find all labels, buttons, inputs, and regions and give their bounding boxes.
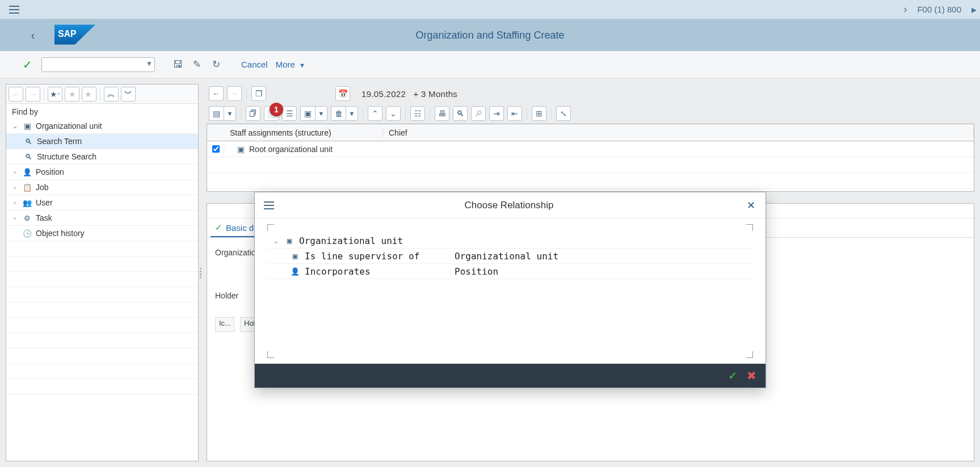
tree-icon[interactable]: ☷ — [410, 106, 425, 121]
rel-node-incorporates[interactable]: Incorporates Position — [267, 264, 753, 279]
expand-icon[interactable]: › — [11, 199, 19, 206]
org-unit-icon — [284, 236, 295, 245]
assign-split-button[interactable]: ▣ ▼ — [300, 106, 327, 121]
col-chief[interactable]: Chief — [383, 128, 974, 137]
position-icon — [22, 167, 32, 176]
dialog-cancel-button[interactable]: ✖ — [747, 369, 756, 382]
tree-label: Object history — [36, 229, 85, 238]
rel-node-root[interactable]: ⌄ Organizational unit — [267, 233, 753, 249]
corner-marker — [746, 351, 753, 358]
close-icon[interactable]: ✕ — [744, 199, 758, 212]
chevron-down-icon[interactable]: ▼ — [346, 106, 358, 121]
tree-label: Position — [36, 167, 64, 176]
separator — [100, 88, 100, 100]
cancel-button[interactable]: Cancel — [239, 60, 270, 69]
star-remove-icon[interactable]: ★- — [82, 87, 96, 102]
save-icon[interactable]: 🖫 — [170, 57, 186, 73]
find-next-icon[interactable]: 🔎︎ — [471, 106, 486, 121]
rel-node-supervisor[interactable]: Is line supervisor of Organizational uni… — [267, 249, 753, 264]
task-icon — [22, 213, 32, 222]
tree-node-job[interactable]: › Job — [6, 180, 198, 195]
nav-fwd-icon[interactable]: → — [227, 86, 242, 101]
org-chart-icon[interactable]: ⊞ — [532, 106, 546, 121]
th-icon[interactable]: Ic... — [215, 317, 234, 332]
calendar-icon[interactable]: 📅 — [335, 86, 350, 101]
chevron-down-icon[interactable]: ▼ — [224, 106, 236, 121]
forward-chevron-icon[interactable]: › — [903, 3, 907, 15]
confirm-icon[interactable]: ✓ — [23, 58, 32, 71]
corner-marker — [746, 224, 753, 231]
menu-hamburger-icon[interactable] — [9, 6, 19, 14]
search-icon — [23, 137, 33, 146]
relation-label: Is line supervisor of — [305, 251, 419, 262]
trash-icon[interactable]: 🗑 — [331, 106, 346, 121]
command-field[interactable] — [41, 57, 155, 72]
find-by-label: Find by — [6, 104, 198, 119]
layout-split-button[interactable]: ▤ ▼ — [209, 106, 236, 121]
dialog-body: ⌄ Organizational unit Is line supervisor… — [255, 218, 766, 364]
chevron-down-icon[interactable]: ▼ — [315, 106, 327, 121]
tree-node-position[interactable]: › Position — [6, 165, 198, 180]
more-button[interactable]: More ▼ — [274, 60, 308, 69]
dialog-menu-icon[interactable] — [264, 201, 274, 209]
tree-empty-row — [6, 348, 198, 364]
tree-node-search-term[interactable]: Search Term — [6, 134, 198, 149]
expand-icon[interactable]: › — [11, 184, 19, 191]
end-chevron-icon[interactable]: ▸ — [971, 3, 977, 16]
assign-icon[interactable]: ▣ — [300, 106, 315, 121]
layout-icon[interactable]: ▤ — [209, 106, 224, 121]
org-unit-icon — [235, 145, 246, 154]
tree-node-object-history[interactable]: Object history — [6, 226, 198, 241]
job-icon — [22, 183, 32, 192]
compress-icon[interactable]: ⤡ — [556, 106, 571, 121]
delete-split-button[interactable]: 🗑 ▼ — [331, 106, 358, 121]
nav-fwd-icon[interactable]: → — [26, 87, 40, 102]
find-icon[interactable]: 🔍︎ — [453, 106, 468, 121]
star-add-icon[interactable]: ★+ — [48, 87, 62, 102]
menu-strip: › F00 (1) 800 ▸ — [0, 0, 980, 19]
collapse-icon[interactable]: ⌄ — [11, 123, 19, 130]
up-icon[interactable]: ⌃ — [368, 106, 382, 121]
main-toolbar: ✓ ▼ 🖫 ✎ ↻ Cancel More ▼ — [0, 51, 980, 78]
grid-row-root[interactable]: Root organizational unit — [207, 141, 974, 157]
expand-icon[interactable]: ︽ — [104, 87, 119, 102]
print-icon[interactable]: 🖶 — [435, 106, 449, 121]
sap-logo: SAP — [54, 24, 95, 47]
collapse-icon[interactable]: ︾ — [121, 87, 136, 102]
expand-icon[interactable]: › — [11, 169, 19, 175]
nav-back-icon[interactable]: ← — [9, 87, 23, 102]
grid-header: Staff assignments (structure) Chief — [207, 124, 974, 141]
splitter-handle[interactable] — [199, 78, 203, 467]
tree-node-org-unit[interactable]: ⌄ Organizational unit — [6, 119, 198, 134]
star-icon[interactable]: ★ — [65, 87, 79, 102]
search-icon — [23, 152, 33, 161]
find-tree: ⌄ Organizational unit Search Term Struct… — [6, 119, 198, 461]
tree-node-task[interactable]: › Task — [6, 211, 198, 226]
tree-empty-row — [6, 287, 198, 302]
copy-icon[interactable]: 🗍 — [246, 106, 260, 121]
nav-back-icon[interactable]: ← — [209, 86, 224, 101]
tree-empty-row — [6, 333, 198, 348]
col-structure[interactable]: Staff assignments (structure) — [224, 128, 383, 137]
collapse-icon[interactable]: ⌄ — [272, 237, 280, 245]
node-label: Organizational unit — [299, 235, 403, 246]
tree-label: Job — [36, 183, 49, 192]
edit-icon[interactable]: ✎ — [189, 57, 205, 73]
hierarchy-icon[interactable]: ☰ — [282, 106, 297, 121]
move-in-icon[interactable]: ⇥ — [489, 106, 504, 121]
tree-empty-row — [6, 256, 198, 272]
cube-icon[interactable]: ❒ — [251, 86, 266, 101]
expand-icon[interactable]: › — [11, 214, 19, 221]
tree-node-structure-search[interactable]: Structure Search — [6, 149, 198, 165]
down-icon[interactable]: ⌄ — [386, 106, 401, 121]
back-button[interactable]: ‹ — [24, 26, 42, 44]
move-out-icon[interactable]: ⇤ — [507, 106, 522, 121]
title-bar: ‹ SAP Organization and Staffing Create — [0, 19, 980, 51]
org-unit-icon — [22, 121, 32, 131]
dialog-ok-button[interactable]: ✓ — [728, 369, 738, 382]
corner-marker — [267, 224, 274, 231]
row-checkbox[interactable] — [212, 145, 220, 153]
refresh-icon[interactable]: ↻ — [208, 57, 224, 73]
tree-node-user[interactable]: › User — [6, 195, 198, 211]
structure-toolbar: ▤ ▼ 🗍 📄 1 ☰ ▣ ▼ 🗑 ▼ ⌃ ⌄ ☷ — [207, 103, 974, 124]
